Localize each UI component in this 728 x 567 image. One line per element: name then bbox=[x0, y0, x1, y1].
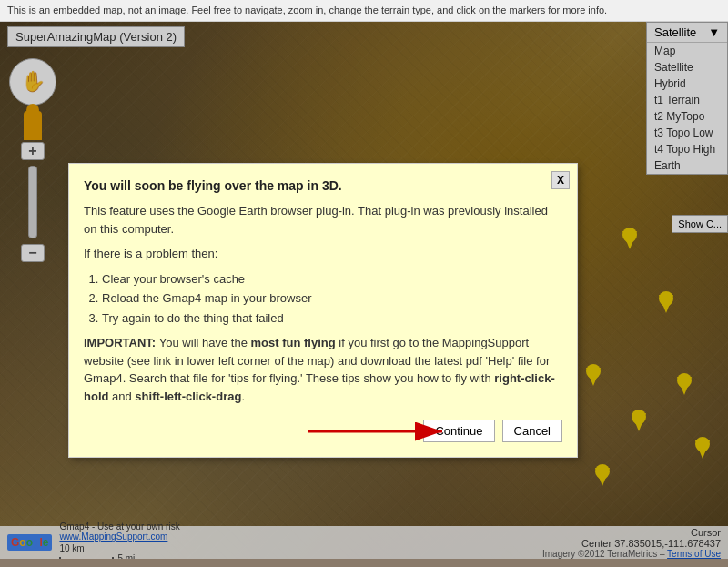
modal-close-button[interactable]: X bbox=[551, 171, 570, 189]
modal-para1: This feature uses the Google Earth brows… bbox=[84, 202, 562, 238]
modal-body: This feature uses the Google Earth brows… bbox=[84, 202, 562, 405]
and-text: and bbox=[108, 390, 135, 403]
period-text: . bbox=[241, 390, 245, 403]
modal-overlay: X You will soon be flying over the map i… bbox=[0, 22, 728, 559]
info-text: This is an embedded map, not an image. F… bbox=[7, 5, 607, 15]
modal-dialog: X You will soon be flying over the map i… bbox=[68, 163, 578, 458]
map-container: SuperAmazingMap (Version 2) Menu ▼ Satel… bbox=[0, 22, 728, 559]
modal-important: IMPORTANT: You will have the most fun fl… bbox=[84, 334, 562, 405]
modal-step-3: Try again to do the thing that failed bbox=[102, 309, 562, 328]
modal-step-1: Clear your browser's cache bbox=[102, 270, 562, 289]
modal-title: You will soon be flying over the map in … bbox=[84, 178, 562, 193]
red-arrow-icon bbox=[308, 420, 453, 442]
most-fun-text: most fun flying bbox=[251, 336, 336, 349]
cancel-button[interactable]: Cancel bbox=[502, 420, 562, 442]
arrow-container bbox=[84, 420, 453, 442]
modal-para2: If there is a problem then: bbox=[84, 245, 562, 263]
modal-steps: Clear your browser's cache Reload the Gm… bbox=[102, 270, 562, 328]
modal-step-2: Reload the Gmap4 map in your browser bbox=[102, 289, 562, 308]
important-prefix: IMPORTANT: bbox=[84, 336, 159, 349]
important-body: You will have the bbox=[159, 336, 251, 349]
shift-left-text: shift-left-click-drag bbox=[135, 390, 241, 403]
info-bar: This is an embedded map, not an image. F… bbox=[0, 0, 728, 22]
modal-footer: Continue Cancel bbox=[84, 420, 562, 442]
